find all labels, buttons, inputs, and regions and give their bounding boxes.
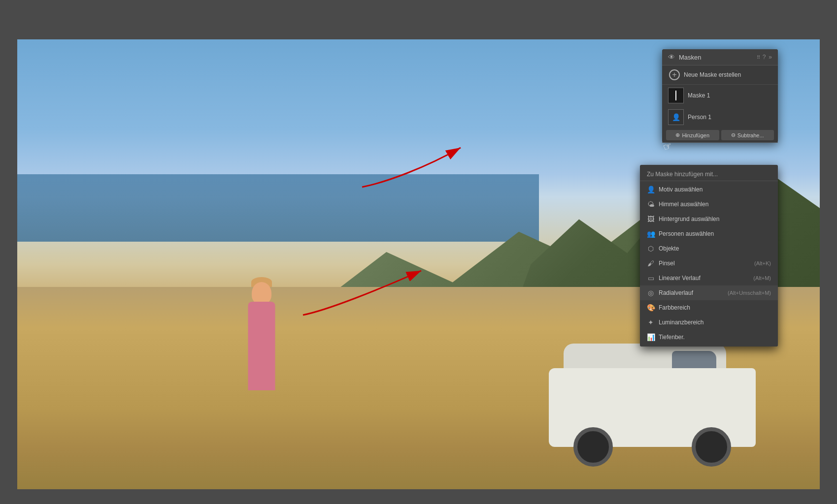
dropdown-header: Zu Maske hinzufügen mit... [640,167,778,181]
subtract-icon: ⊖ [731,132,736,138]
new-mask-label: Neue Maske erstellen [684,71,741,78]
person-body [248,302,275,390]
car-figure [549,339,756,467]
dropdown-menu: Zu Maske hinzufügen mit... 👤 Motiv auswä… [640,165,778,346]
motiv-label: Motiv auswählen [659,186,703,193]
sea-area [17,174,539,242]
mask-1-name: Maske 1 [688,92,710,99]
farb-icon: 🎨 [647,304,655,312]
hintergrund-label: Hintergrund auswählen [659,216,719,222]
pinsel-icon: 🖌 [647,259,655,267]
plus-circle-icon: + [669,69,680,80]
mask-person-name: Person 1 [688,114,711,121]
more-icon[interactable]: » [769,54,772,61]
drag-handle-icon: ⠿ [757,55,760,60]
top-bar [0,0,837,39]
add-icon: ⊕ [675,132,680,138]
pinsel-label: Pinsel [659,260,675,267]
himmel-icon: 🌤 [647,200,655,208]
objekte-icon: ⬡ [647,245,655,252]
car-wheel-rear [573,427,613,467]
panel-controls: ⠿ ? » [757,54,772,61]
dropdown-item-hintergrund[interactable]: 🖼 Hintergrund auswählen [640,212,778,226]
mask-1-thumbnail [668,88,684,103]
help-icon[interactable]: ? [763,54,766,61]
dropdown-item-himmel[interactable]: 🌤 Himmel auswählen [640,197,778,212]
masks-panel-title: Masken [679,54,702,61]
farb-label: Farbbereich [659,304,690,311]
app-window: 👁 Masken ⠿ ? » + Neue Maske erstellen Ma… [0,0,837,504]
eye-icon[interactable]: 👁 [668,53,675,61]
tiefen-icon: 📊 [647,333,655,341]
dropdown-item-linear[interactable]: ▭ Linearer Verlauf (Alt+M) [640,271,778,285]
person-figure [242,282,281,390]
dropdown-item-objekte[interactable]: ⬡ Objekte [640,241,778,256]
new-mask-button[interactable]: + Neue Maske erstellen [662,65,778,85]
hintergrund-icon: 🖼 [647,215,655,223]
car-wheel-front [692,427,731,467]
add-label: Hinzufügen [682,132,709,138]
dropdown-item-radial[interactable]: ◎ Radialverlauf (Alt+Umschalt+M) [640,285,778,300]
himmel-label: Himmel auswählen [659,201,708,208]
masks-panel: 👁 Masken ⠿ ? » + Neue Maske erstellen Ma… [662,49,778,143]
radial-label: Radialverlauf [659,289,693,296]
dropdown-item-personen[interactable]: 👥 Personen auswählen [640,226,778,241]
add-to-mask-button[interactable]: ⊕ Hinzufügen [666,130,719,140]
tiefen-label: Tiefenber. [659,334,685,341]
masks-panel-header: 👁 Masken ⠿ ? » [662,49,778,65]
mask-item-1[interactable]: Maske 1 [662,85,778,106]
masks-panel-title-group: 👁 Masken [668,53,702,61]
subtract-from-mask-button[interactable]: ⊖ Subtrahe... [721,130,774,140]
linear-label: Linearer Verlauf [659,275,701,282]
radial-shortcut: (Alt+Umschalt+M) [728,290,771,296]
radial-icon: ◎ [647,289,655,297]
linear-icon: ▭ [647,274,655,282]
dropdown-item-tiefen[interactable]: 📊 Tiefenber. [640,330,778,345]
dropdown-item-lumin[interactable]: ✦ Luminanzbereich [640,315,778,330]
lumin-icon: ✦ [647,318,655,326]
personen-icon: 👥 [647,230,655,238]
mask-person-thumbnail: 👤 [668,109,684,125]
subtract-label: Subtrahe... [737,132,764,138]
person-head [252,282,271,304]
mask-actions-bar: ⊕ Hinzufügen ⊖ Subtrahe... [662,128,778,143]
motiv-icon: 👤 [647,186,655,193]
lumin-label: Luminanzbereich [659,319,703,326]
dropdown-item-motiv[interactable]: 👤 Motiv auswählen [640,182,778,197]
objekte-label: Objekte [659,245,679,252]
pinsel-shortcut: (Alt+K) [754,260,771,266]
linear-shortcut: (Alt+M) [753,275,771,281]
dropdown-item-pinsel[interactable]: 🖌 Pinsel (Alt+K) [640,256,778,271]
personen-label: Personen auswählen [659,230,714,237]
mask-item-person1[interactable]: 👤 Person 1 [662,106,778,128]
dropdown-item-farb[interactable]: 🎨 Farbbereich [640,300,778,315]
mask-thumb-line [675,91,676,100]
